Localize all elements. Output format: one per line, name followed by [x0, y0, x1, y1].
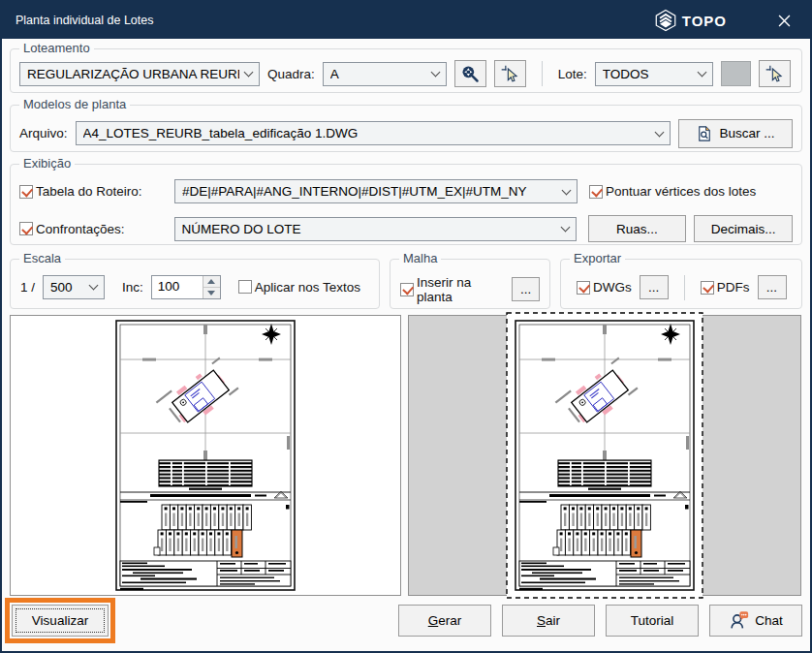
inc-value: 100 [152, 276, 203, 298]
chevron-down-icon [430, 68, 440, 78]
pdfs-more-button[interactable]: ... [758, 275, 787, 299]
group-exportar-title: Exportar [570, 251, 625, 265]
arquivo-label: Arquivo: [19, 126, 68, 140]
brand-name: TOPO [682, 13, 727, 29]
group-loteamento-title: Loteamento [19, 41, 94, 55]
buscar-label: Buscar ... [719, 126, 774, 140]
tabela-roteiro-label: Tabela do Roteiro: [36, 184, 142, 199]
lote-label: Lote: [558, 67, 587, 81]
sair-label: Sair [537, 613, 560, 628]
inserir-planta-label: Inserir na planta [417, 275, 505, 304]
search-document-icon [696, 125, 713, 142]
checkbox-box [589, 185, 603, 199]
group-exibicao: Exibição Tabela do Roteiro: #DE|#PARA|#A… [10, 164, 802, 244]
spin-up-icon[interactable] [203, 276, 220, 287]
aplicar-textos-label: Aplicar nos Textos [255, 280, 360, 295]
pdfs-checkbox[interactable]: PDFs [701, 280, 750, 295]
chevron-down-icon [697, 68, 706, 78]
decimais-label: Decimais... [711, 222, 776, 236]
quadra-value: A [330, 67, 426, 81]
plan-preview-drawing-selected [505, 311, 704, 600]
loteamento-select[interactable]: REGULARIZAÇÃO URBANA REURB [19, 62, 260, 86]
confrontacoes-select[interactable]: NÚMERO DO LOTE [174, 217, 577, 241]
group-malha-title: Malha [399, 251, 441, 265]
preview-pane-right [408, 315, 801, 596]
dwgs-more-button[interactable]: ... [640, 275, 669, 299]
close-icon[interactable] [771, 8, 796, 33]
tutorial-button[interactable]: Tutorial [606, 605, 699, 637]
dialog-window: Planta individual de Lotes TOPO Loteamen… [0, 0, 812, 653]
checkbox-box [577, 281, 590, 295]
group-modelos: Modelos de planta Arquivo: A4_LOTES_REUR… [10, 105, 802, 153]
gerar-button[interactable]: Gerar [398, 605, 491, 637]
ellipsis-label: ... [766, 280, 777, 295]
checkbox-box [238, 280, 252, 294]
confrontacoes-label: Confrontações: [36, 222, 125, 236]
chevron-down-icon [560, 223, 570, 233]
lote-swatch [721, 61, 751, 86]
sair-button[interactable]: Sair [502, 605, 595, 637]
confrontacoes-checkbox[interactable]: Confrontações: [19, 222, 167, 236]
divider [542, 61, 543, 86]
decimais-button[interactable]: Decimais... [694, 215, 793, 242]
pick-quadra-button[interactable] [494, 60, 526, 87]
topo-brand: TOPO [654, 9, 727, 32]
inc-stepper[interactable]: 100 [151, 275, 221, 299]
buscar-button[interactable]: Buscar ... [678, 119, 793, 148]
arquivo-select[interactable]: A4_LOTES_REURB_tabela_edificação 1.DWG [76, 121, 671, 145]
escala-prefix: 1 / [20, 280, 35, 295]
checkbox-box [19, 222, 33, 235]
escala-select[interactable]: 500 [43, 275, 105, 299]
malha-more-button[interactable]: ... [512, 277, 540, 301]
pontuar-vertices-label: Pontuar vértices dos lotes [606, 184, 756, 199]
quadra-select[interactable]: A [323, 62, 447, 86]
chevron-down-icon [562, 185, 572, 195]
zoom-extents-icon [460, 64, 480, 83]
aplicar-textos-checkbox[interactable]: Aplicar nos Textos [238, 280, 360, 295]
titlebar[interactable]: Planta individual de Lotes TOPO [2, 2, 810, 39]
chevron-down-icon [89, 281, 99, 291]
group-exibicao-title: Exibição [19, 156, 75, 171]
group-modelos-title: Modelos de planta [19, 97, 130, 111]
preview-pane-left [10, 315, 401, 596]
pick-lote-button[interactable] [759, 60, 791, 87]
visualizar-label: Visualizar [32, 613, 88, 628]
chevron-down-icon [655, 127, 665, 137]
lote-select[interactable]: TODOS [595, 62, 713, 86]
zoom-extents-button[interactable] [454, 60, 486, 87]
divider [684, 275, 685, 300]
gerar-label: Gerar [428, 613, 462, 628]
arquivo-value: A4_LOTES_REURB_tabela_edificação 1.DWG [83, 126, 650, 140]
inc-label: Inc: [122, 280, 143, 295]
ruas-button[interactable]: Ruas... [588, 215, 687, 242]
plan-preview-drawing [112, 318, 298, 593]
tabela-roteiro-value: #DE|#PARA|#ANG_INTERNO|#DIST|#UTM_EX|#UT… [182, 184, 557, 199]
confrontacoes-value: NÚMERO DO LOTE [182, 222, 556, 236]
checkbox-box [701, 281, 714, 295]
ellipsis-label: ... [520, 282, 531, 296]
window-title: Planta individual de Lotes [16, 14, 153, 27]
checkbox-box [400, 283, 414, 296]
ellipsis-label: ... [648, 280, 659, 295]
tabela-roteiro-select[interactable]: #DE|#PARA|#ANG_INTERNO|#DIST|#UTM_EX|#UT… [174, 179, 578, 203]
tabela-roteiro-checkbox[interactable]: Tabela do Roteiro: [19, 184, 167, 199]
loteamento-value: REGULARIZAÇÃO URBANA REURB [27, 67, 239, 81]
group-malha: Malha Inserir na planta ... [390, 259, 550, 309]
group-escala: Escala 1 / 500 Inc: 100 Aplicar [10, 259, 380, 309]
ruas-label: Ruas... [616, 222, 658, 236]
spin-down-icon[interactable] [203, 287, 220, 298]
tutorial-label: Tutorial [631, 613, 674, 628]
pick-on-screen-icon [500, 64, 519, 83]
pontuar-vertices-checkbox[interactable]: Pontuar vértices dos lotes [589, 184, 756, 199]
topo-logo-icon [654, 9, 677, 32]
group-exportar: Exportar DWGs ... PDFs ... [560, 259, 802, 309]
checkbox-box [19, 185, 33, 199]
group-escala-title: Escala [19, 251, 65, 265]
inserir-planta-checkbox[interactable]: Inserir na planta [400, 275, 505, 304]
chat-button[interactable]: Chat [709, 605, 802, 637]
pick-on-screen-icon [765, 64, 784, 83]
dwgs-checkbox[interactable]: DWGs [577, 280, 632, 295]
chevron-down-icon [244, 68, 254, 78]
visualizar-button[interactable]: Visualizar [12, 605, 109, 637]
group-loteamento: Loteamento REGULARIZAÇÃO URBANA REURB Qu… [10, 48, 802, 93]
